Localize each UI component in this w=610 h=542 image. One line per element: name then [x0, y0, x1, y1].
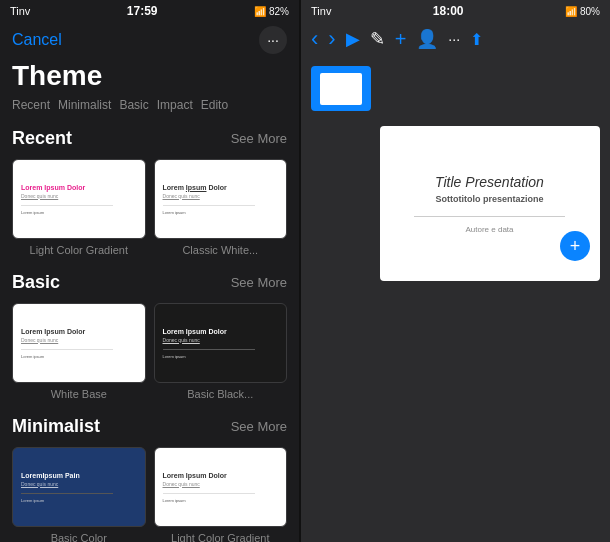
- template-name-white-base: White Base: [12, 388, 146, 400]
- template-card-white-base[interactable]: Lorem Ipsum Dolor Donec quis nunc Lorem …: [12, 303, 146, 400]
- theme-nav: Recent Minimalist Basic Impact Edito: [0, 98, 299, 120]
- top-bar: Cancel ···: [0, 20, 299, 60]
- thumb-content-basic-color: LoremIpsum Pain Donec quis nunc Lorem ip…: [13, 448, 145, 526]
- status-icons-left: 📶 82%: [254, 6, 289, 17]
- nav-edito[interactable]: Edito: [201, 98, 228, 112]
- thumb-subtitle-classic: Donec quis nunc: [163, 193, 200, 199]
- nav-recent[interactable]: Recent: [12, 98, 50, 112]
- thumb-title-light: Lorem Ipsum Dolor: [21, 184, 85, 191]
- slide-preview-area: Title Presentation Sottotitolo presentaz…: [301, 58, 610, 542]
- section-minimalist-header: Minimalist See More: [12, 416, 287, 437]
- time-right: 18:00: [433, 4, 464, 18]
- template-card-classic-white[interactable]: Lorem Ipsum Dolor Donec quis nunc Lorem …: [154, 159, 288, 256]
- signal-icon-right: 📶: [565, 6, 577, 17]
- section-recent-header: Recent See More: [12, 128, 287, 149]
- battery-text-left: 82%: [269, 6, 289, 17]
- thumb-title-classic: Lorem Ipsum Dolor: [163, 184, 227, 191]
- section-basic-title: Basic: [12, 272, 60, 293]
- template-card-basic-black[interactable]: Lorem Ipsum Dolor Donec quis nunc Lorem …: [154, 303, 288, 400]
- section-recent: Recent See More Lorem Ipsum Dolor Donec …: [0, 120, 299, 264]
- battery-text-right: 80%: [580, 6, 600, 17]
- status-icons-right: 📶 80%: [565, 6, 600, 17]
- thumb-title-white-base: Lorem Ipsum Dolor: [21, 328, 85, 335]
- basic-template-grid: Lorem Ipsum Dolor Donec quis nunc Lorem …: [12, 303, 287, 400]
- thumb-body-classic: Lorem ipsum: [163, 210, 186, 215]
- nav-impact[interactable]: Impact: [157, 98, 193, 112]
- template-name-light-gradient-2: Light Color Gradient: [154, 532, 288, 542]
- thumb-body-white-base: Lorem ipsum: [21, 354, 44, 359]
- forward-button[interactable]: ›: [328, 26, 335, 52]
- recent-template-grid: Lorem Ipsum Dolor Donec quis nunc Lorem …: [12, 159, 287, 256]
- nav-basic[interactable]: Basic: [119, 98, 148, 112]
- status-bar-right: Tinv 18:00 📶 80%: [301, 0, 610, 20]
- thumb-title-light-gradient-2: Lorem Ipsum Dolor: [163, 472, 227, 479]
- main-slide-title: Title Presentation: [435, 174, 544, 190]
- section-basic: Basic See More Lorem Ipsum Dolor Donec q…: [0, 264, 299, 408]
- thumb-body-light: Lorem ipsum: [21, 210, 44, 215]
- thumb-content-light-gradient-2: Lorem Ipsum Dolor Donec quis nunc Lorem …: [155, 448, 287, 526]
- section-minimalist-title: Minimalist: [12, 416, 100, 437]
- menu-button[interactable]: ···: [259, 26, 287, 54]
- thumb-subtitle-white-base: Donec quis nunc: [21, 337, 58, 343]
- thumb-line-light-gradient-2: [163, 493, 255, 494]
- thumb-line-basic-black: [163, 349, 255, 350]
- template-thumb-white-base: Lorem Ipsum Dolor Donec quis nunc Lorem …: [12, 303, 146, 383]
- thumb-title-basic-color: LoremIpsum Pain: [21, 472, 80, 479]
- thumb-line-basic-color: [21, 493, 113, 494]
- play-button[interactable]: ▶: [346, 28, 360, 50]
- share-button[interactable]: ⬆: [470, 30, 483, 49]
- thumb-subtitle-light: Donec quis nunc: [21, 193, 58, 199]
- theme-title: Theme: [0, 60, 299, 98]
- thumb-body-basic-black: Lorem ipsum: [163, 354, 186, 359]
- main-slide-subtitle: Sottotitolo presentazione: [436, 194, 544, 204]
- slide-thumbnail-selected: [320, 73, 362, 105]
- template-name-basic-color: Basic Color: [12, 532, 146, 542]
- thumb-content-classic: Lorem Ipsum Dolor Donec quis nunc Lorem …: [155, 160, 287, 238]
- add-button[interactable]: +: [395, 28, 407, 51]
- template-name-classic: Classic White...: [154, 244, 288, 256]
- template-card-light-color-gradient[interactable]: Lorem Ipsum Dolor Donec quis nunc Lorem …: [12, 159, 146, 256]
- template-thumb-light: Lorem Ipsum Dolor Donec quis nunc Lorem …: [12, 159, 146, 239]
- section-basic-header: Basic See More: [12, 272, 287, 293]
- signal-icon-left: 📶: [254, 6, 266, 17]
- section-basic-see-more[interactable]: See More: [231, 275, 287, 290]
- thumb-line-classic: [163, 205, 255, 206]
- thumb-content-light: Lorem Ipsum Dolor Donec quis nunc Lorem …: [13, 160, 145, 238]
- template-thumb-light-gradient-2: Lorem Ipsum Dolor Donec quis nunc Lorem …: [154, 447, 288, 527]
- time-left: 17:59: [127, 4, 158, 18]
- thumb-content-basic-black: Lorem Ipsum Dolor Donec quis nunc Lorem …: [155, 304, 287, 382]
- toolbar-right: ‹ › ▶ ✎ + 👤 ··· ⬆: [301, 20, 610, 58]
- main-slide-date: Autore e data: [465, 225, 513, 234]
- thumb-subtitle-basic-black: Donec quis nunc: [163, 337, 200, 343]
- section-minimalist-see-more[interactable]: See More: [231, 419, 287, 434]
- section-recent-title: Recent: [12, 128, 72, 149]
- template-card-basic-color[interactable]: LoremIpsum Pain Donec quis nunc Lorem ip…: [12, 447, 146, 542]
- template-thumb-basic-black: Lorem Ipsum Dolor Donec quis nunc Lorem …: [154, 303, 288, 383]
- template-thumb-basic-color: LoremIpsum Pain Donec quis nunc Lorem ip…: [12, 447, 146, 527]
- profile-button[interactable]: 👤: [416, 28, 438, 50]
- carrier-right: Tinv: [311, 5, 331, 17]
- carrier-left: Tinv: [10, 5, 30, 17]
- nav-minimalist[interactable]: Minimalist: [58, 98, 111, 112]
- main-slide-line: [414, 216, 564, 217]
- thumb-body-light-gradient-2: Lorem ipsum: [163, 498, 186, 503]
- left-panel: Tinv 17:59 📶 82% Cancel ··· Theme Recent…: [0, 0, 299, 542]
- thumb-subtitle-basic-color: Donec quis nunc: [21, 481, 58, 487]
- section-minimalist: Minimalist See More LoremIpsum Pain Done…: [0, 408, 299, 542]
- more-button-right[interactable]: ···: [448, 31, 460, 47]
- back-button[interactable]: ‹: [311, 26, 318, 52]
- template-card-light-gradient-2[interactable]: Lorem Ipsum Dolor Donec quis nunc Lorem …: [154, 447, 288, 542]
- main-slide-area: Title Presentation Sottotitolo presentaz…: [379, 66, 600, 281]
- cancel-button[interactable]: Cancel: [12, 31, 62, 49]
- thumb-line-white-base: [21, 349, 113, 350]
- template-thumb-classic: Lorem Ipsum Dolor Donec quis nunc Lorem …: [154, 159, 288, 239]
- template-name-light: Light Color Gradient: [12, 244, 146, 256]
- add-slide-button[interactable]: +: [560, 231, 590, 261]
- pen-button[interactable]: ✎: [370, 28, 385, 50]
- thumb-title-basic-black: Lorem Ipsum Dolor: [163, 328, 227, 335]
- section-recent-see-more[interactable]: See More: [231, 131, 287, 146]
- status-bar-left: Tinv 17:59 📶 82%: [0, 0, 299, 20]
- thumb-content-white-base: Lorem Ipsum Dolor Donec quis nunc Lorem …: [13, 304, 145, 382]
- thumb-subtitle-light-gradient-2: Donec quis nunc: [163, 481, 200, 487]
- selected-slide-panel[interactable]: [311, 66, 371, 111]
